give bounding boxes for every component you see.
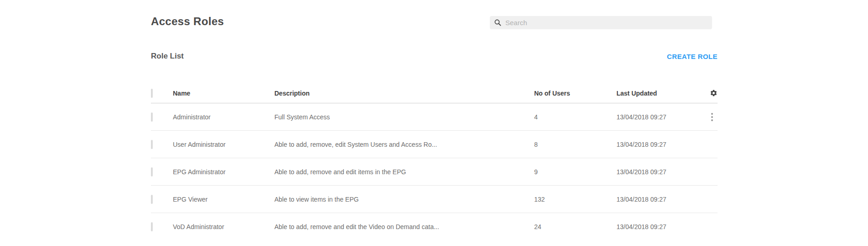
column-header-name: Name bbox=[173, 90, 274, 97]
search-box[interactable] bbox=[490, 16, 712, 29]
access-roles-page: Access Roles Role List CREATE ROLE Name … bbox=[151, 0, 718, 241]
role-last-updated: 13/04/2018 09:27 bbox=[616, 141, 700, 148]
role-user-count: 4 bbox=[534, 113, 616, 121]
role-name: EPG Viewer bbox=[173, 196, 274, 203]
role-last-updated: 13/04/2018 09:27 bbox=[616, 168, 700, 176]
row-checkbox[interactable] bbox=[151, 195, 153, 204]
column-header-users: No of Users bbox=[534, 90, 616, 97]
role-last-updated: 13/04/2018 09:27 bbox=[616, 196, 700, 203]
row-checkbox[interactable] bbox=[151, 167, 153, 176]
column-header-updated: Last Updated bbox=[616, 90, 700, 97]
row-checkbox[interactable] bbox=[151, 140, 153, 149]
role-user-count: 8 bbox=[534, 141, 616, 148]
role-last-updated: 13/04/2018 09:27 bbox=[616, 113, 700, 121]
row-checkbox[interactable] bbox=[151, 222, 153, 231]
column-settings-button[interactable] bbox=[710, 89, 718, 97]
role-description: Able to view items in the EPG bbox=[274, 196, 534, 203]
role-name: User Administrator bbox=[173, 141, 274, 148]
select-all-checkbox[interactable] bbox=[151, 89, 153, 98]
table-row: User Administrator Able to add, remove, … bbox=[151, 131, 718, 158]
role-last-updated: 13/04/2018 09:27 bbox=[616, 223, 700, 230]
table-row: VoD Administrator Able to add, remove an… bbox=[151, 213, 718, 241]
search-input[interactable] bbox=[505, 19, 707, 27]
section-title: Role List bbox=[151, 52, 184, 61]
table-body: Administrator Full System Access 4 13/04… bbox=[151, 103, 718, 241]
table-row: EPG Administrator Able to add, remove an… bbox=[151, 158, 718, 186]
table-row: EPG Viewer Able to view items in the EPG… bbox=[151, 186, 718, 213]
role-description: Able to add, remove and edit the Video o… bbox=[274, 223, 534, 230]
gear-icon bbox=[710, 89, 718, 97]
table-header-row: Name Description No of Users Last Update… bbox=[151, 83, 718, 103]
role-name: VoD Administrator bbox=[173, 223, 274, 230]
role-name: EPG Administrator bbox=[173, 168, 274, 176]
column-header-description: Description bbox=[274, 90, 534, 97]
role-description: Able to add, remove, edit System Users a… bbox=[274, 141, 534, 148]
role-user-count: 132 bbox=[534, 196, 616, 203]
role-user-count: 24 bbox=[534, 223, 616, 230]
row-checkbox[interactable] bbox=[151, 112, 153, 122]
table-row: Administrator Full System Access 4 13/04… bbox=[151, 103, 718, 131]
role-table: Name Description No of Users Last Update… bbox=[151, 83, 718, 241]
search-icon bbox=[494, 19, 501, 26]
kebab-menu-icon[interactable] bbox=[708, 111, 716, 123]
role-user-count: 9 bbox=[534, 168, 616, 176]
role-description: Full System Access bbox=[274, 113, 534, 121]
role-description: Able to add, remove and edit items in th… bbox=[274, 168, 534, 176]
section-header: Role List CREATE ROLE bbox=[151, 52, 718, 61]
create-role-button[interactable]: CREATE ROLE bbox=[667, 53, 718, 60]
role-name: Administrator bbox=[173, 113, 274, 121]
page-title: Access Roles bbox=[151, 15, 224, 28]
page-header: Access Roles bbox=[151, 15, 718, 29]
